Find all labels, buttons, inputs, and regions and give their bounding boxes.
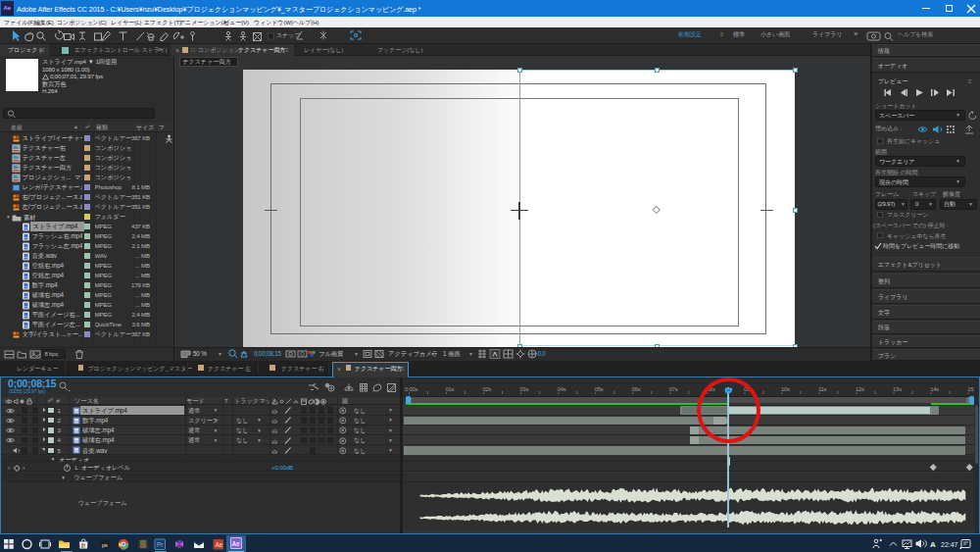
svg-text:Ae: Ae <box>216 541 223 548</box>
svg-text:Pr: Pr <box>157 541 164 548</box>
svg-text:A: A <box>930 540 936 549</box>
svg-text:22:47: 22:47 <box>941 541 958 548</box>
svg-text:ps: ps <box>102 542 108 548</box>
